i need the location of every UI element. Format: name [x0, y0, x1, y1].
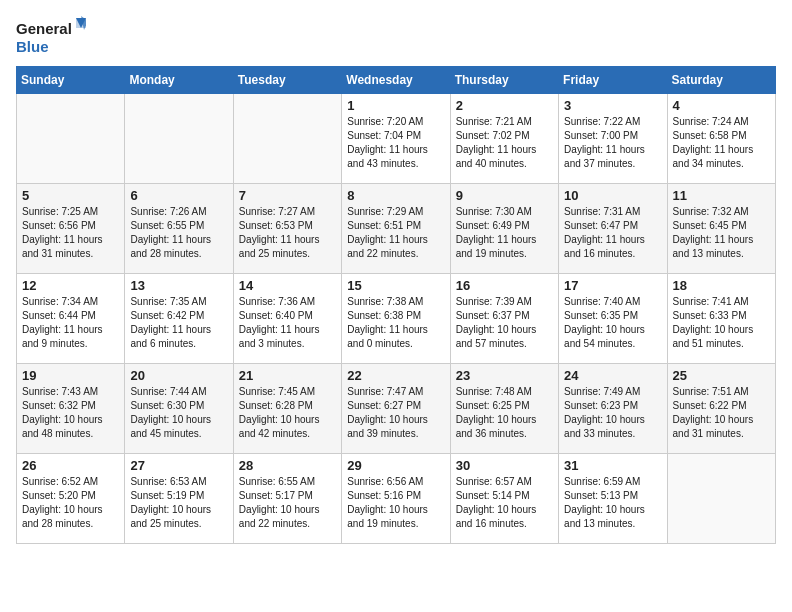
day-number: 6 — [130, 188, 227, 203]
page-header: General Blue — [16, 16, 776, 56]
day-number: 11 — [673, 188, 770, 203]
calendar-cell: 9Sunrise: 7:30 AM Sunset: 6:49 PM Daylig… — [450, 184, 558, 274]
calendar-cell: 10Sunrise: 7:31 AM Sunset: 6:47 PM Dayli… — [559, 184, 667, 274]
col-header-friday: Friday — [559, 67, 667, 94]
calendar-cell: 17Sunrise: 7:40 AM Sunset: 6:35 PM Dayli… — [559, 274, 667, 364]
calendar-cell: 3Sunrise: 7:22 AM Sunset: 7:00 PM Daylig… — [559, 94, 667, 184]
day-number: 21 — [239, 368, 336, 383]
calendar-cell: 4Sunrise: 7:24 AM Sunset: 6:58 PM Daylig… — [667, 94, 775, 184]
day-number: 24 — [564, 368, 661, 383]
day-info: Sunrise: 7:49 AM Sunset: 6:23 PM Dayligh… — [564, 385, 661, 441]
day-info: Sunrise: 7:27 AM Sunset: 6:53 PM Dayligh… — [239, 205, 336, 261]
calendar-cell: 15Sunrise: 7:38 AM Sunset: 6:38 PM Dayli… — [342, 274, 450, 364]
calendar-cell: 20Sunrise: 7:44 AM Sunset: 6:30 PM Dayli… — [125, 364, 233, 454]
day-info: Sunrise: 7:21 AM Sunset: 7:02 PM Dayligh… — [456, 115, 553, 171]
day-info: Sunrise: 7:41 AM Sunset: 6:33 PM Dayligh… — [673, 295, 770, 351]
calendar-cell: 19Sunrise: 7:43 AM Sunset: 6:32 PM Dayli… — [17, 364, 125, 454]
day-info: Sunrise: 7:34 AM Sunset: 6:44 PM Dayligh… — [22, 295, 119, 351]
col-header-sunday: Sunday — [17, 67, 125, 94]
day-info: Sunrise: 7:39 AM Sunset: 6:37 PM Dayligh… — [456, 295, 553, 351]
day-number: 12 — [22, 278, 119, 293]
day-info: Sunrise: 7:24 AM Sunset: 6:58 PM Dayligh… — [673, 115, 770, 171]
day-number: 19 — [22, 368, 119, 383]
calendar-cell: 6Sunrise: 7:26 AM Sunset: 6:55 PM Daylig… — [125, 184, 233, 274]
calendar-cell — [233, 94, 341, 184]
day-number: 25 — [673, 368, 770, 383]
day-number: 1 — [347, 98, 444, 113]
calendar-cell: 7Sunrise: 7:27 AM Sunset: 6:53 PM Daylig… — [233, 184, 341, 274]
day-info: Sunrise: 6:55 AM Sunset: 5:17 PM Dayligh… — [239, 475, 336, 531]
calendar-cell: 23Sunrise: 7:48 AM Sunset: 6:25 PM Dayli… — [450, 364, 558, 454]
day-info: Sunrise: 7:51 AM Sunset: 6:22 PM Dayligh… — [673, 385, 770, 441]
day-number: 10 — [564, 188, 661, 203]
day-info: Sunrise: 6:56 AM Sunset: 5:16 PM Dayligh… — [347, 475, 444, 531]
calendar-cell: 22Sunrise: 7:47 AM Sunset: 6:27 PM Dayli… — [342, 364, 450, 454]
calendar-cell: 2Sunrise: 7:21 AM Sunset: 7:02 PM Daylig… — [450, 94, 558, 184]
col-header-wednesday: Wednesday — [342, 67, 450, 94]
day-number: 22 — [347, 368, 444, 383]
calendar-table: SundayMondayTuesdayWednesdayThursdayFrid… — [16, 66, 776, 544]
calendar-cell — [125, 94, 233, 184]
day-info: Sunrise: 7:36 AM Sunset: 6:40 PM Dayligh… — [239, 295, 336, 351]
day-number: 30 — [456, 458, 553, 473]
day-info: Sunrise: 7:43 AM Sunset: 6:32 PM Dayligh… — [22, 385, 119, 441]
day-info: Sunrise: 7:45 AM Sunset: 6:28 PM Dayligh… — [239, 385, 336, 441]
day-info: Sunrise: 7:29 AM Sunset: 6:51 PM Dayligh… — [347, 205, 444, 261]
calendar-cell: 8Sunrise: 7:29 AM Sunset: 6:51 PM Daylig… — [342, 184, 450, 274]
day-number: 27 — [130, 458, 227, 473]
day-number: 13 — [130, 278, 227, 293]
calendar-cell: 31Sunrise: 6:59 AM Sunset: 5:13 PM Dayli… — [559, 454, 667, 544]
calendar-cell: 24Sunrise: 7:49 AM Sunset: 6:23 PM Dayli… — [559, 364, 667, 454]
calendar-cell: 12Sunrise: 7:34 AM Sunset: 6:44 PM Dayli… — [17, 274, 125, 364]
calendar-cell: 25Sunrise: 7:51 AM Sunset: 6:22 PM Dayli… — [667, 364, 775, 454]
calendar-cell — [17, 94, 125, 184]
day-info: Sunrise: 7:25 AM Sunset: 6:56 PM Dayligh… — [22, 205, 119, 261]
day-info: Sunrise: 7:47 AM Sunset: 6:27 PM Dayligh… — [347, 385, 444, 441]
day-info: Sunrise: 7:31 AM Sunset: 6:47 PM Dayligh… — [564, 205, 661, 261]
calendar-cell: 11Sunrise: 7:32 AM Sunset: 6:45 PM Dayli… — [667, 184, 775, 274]
calendar-cell — [667, 454, 775, 544]
day-number: 28 — [239, 458, 336, 473]
logo: General Blue — [16, 16, 86, 56]
day-number: 29 — [347, 458, 444, 473]
calendar-cell: 18Sunrise: 7:41 AM Sunset: 6:33 PM Dayli… — [667, 274, 775, 364]
day-number: 31 — [564, 458, 661, 473]
day-info: Sunrise: 6:53 AM Sunset: 5:19 PM Dayligh… — [130, 475, 227, 531]
day-info: Sunrise: 7:40 AM Sunset: 6:35 PM Dayligh… — [564, 295, 661, 351]
day-number: 4 — [673, 98, 770, 113]
day-info: Sunrise: 7:44 AM Sunset: 6:30 PM Dayligh… — [130, 385, 227, 441]
logo-svg: General Blue — [16, 16, 86, 56]
day-info: Sunrise: 6:52 AM Sunset: 5:20 PM Dayligh… — [22, 475, 119, 531]
svg-text:General: General — [16, 20, 72, 37]
day-number: 23 — [456, 368, 553, 383]
calendar-cell: 16Sunrise: 7:39 AM Sunset: 6:37 PM Dayli… — [450, 274, 558, 364]
day-number: 7 — [239, 188, 336, 203]
day-info: Sunrise: 7:22 AM Sunset: 7:00 PM Dayligh… — [564, 115, 661, 171]
calendar-cell: 30Sunrise: 6:57 AM Sunset: 5:14 PM Dayli… — [450, 454, 558, 544]
day-info: Sunrise: 7:38 AM Sunset: 6:38 PM Dayligh… — [347, 295, 444, 351]
day-number: 18 — [673, 278, 770, 293]
day-number: 5 — [22, 188, 119, 203]
day-info: Sunrise: 7:20 AM Sunset: 7:04 PM Dayligh… — [347, 115, 444, 171]
calendar-cell: 1Sunrise: 7:20 AM Sunset: 7:04 PM Daylig… — [342, 94, 450, 184]
day-number: 26 — [22, 458, 119, 473]
day-number: 9 — [456, 188, 553, 203]
day-info: Sunrise: 6:57 AM Sunset: 5:14 PM Dayligh… — [456, 475, 553, 531]
day-number: 17 — [564, 278, 661, 293]
day-number: 14 — [239, 278, 336, 293]
day-info: Sunrise: 7:35 AM Sunset: 6:42 PM Dayligh… — [130, 295, 227, 351]
col-header-thursday: Thursday — [450, 67, 558, 94]
calendar-cell: 28Sunrise: 6:55 AM Sunset: 5:17 PM Dayli… — [233, 454, 341, 544]
calendar-cell: 21Sunrise: 7:45 AM Sunset: 6:28 PM Dayli… — [233, 364, 341, 454]
day-number: 20 — [130, 368, 227, 383]
day-number: 3 — [564, 98, 661, 113]
day-info: Sunrise: 6:59 AM Sunset: 5:13 PM Dayligh… — [564, 475, 661, 531]
calendar-cell: 13Sunrise: 7:35 AM Sunset: 6:42 PM Dayli… — [125, 274, 233, 364]
col-header-tuesday: Tuesday — [233, 67, 341, 94]
day-number: 8 — [347, 188, 444, 203]
day-info: Sunrise: 7:30 AM Sunset: 6:49 PM Dayligh… — [456, 205, 553, 261]
day-number: 16 — [456, 278, 553, 293]
calendar-cell: 5Sunrise: 7:25 AM Sunset: 6:56 PM Daylig… — [17, 184, 125, 274]
calendar-cell: 26Sunrise: 6:52 AM Sunset: 5:20 PM Dayli… — [17, 454, 125, 544]
logo-container: General Blue — [16, 16, 86, 56]
